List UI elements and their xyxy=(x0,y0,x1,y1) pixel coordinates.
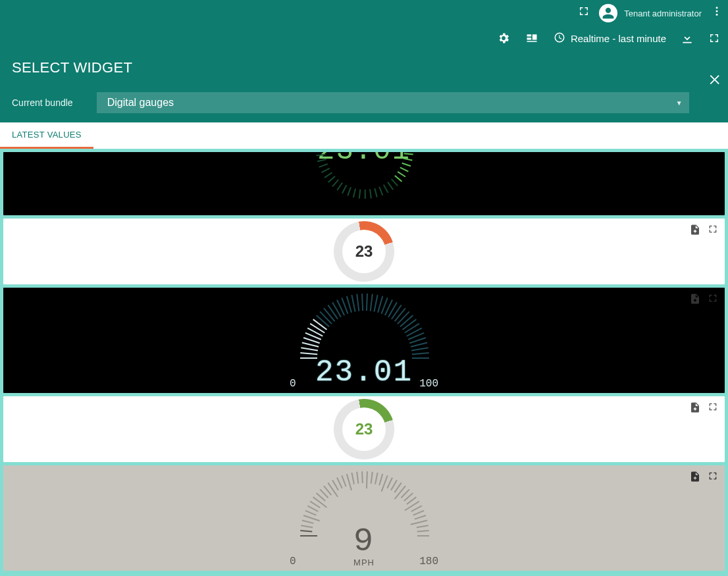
widget-card[interactable]: 23.01 xyxy=(3,152,725,215)
gauge-value: 23 xyxy=(342,230,386,273)
panel-title: SELECT WIDGET xyxy=(12,59,716,76)
time-window-button[interactable]: Realtime - last minute xyxy=(554,32,666,45)
gauge-value: 23 xyxy=(342,407,386,451)
maximize-icon[interactable] xyxy=(708,224,718,238)
dashboard-toolbar: Realtime - last minute xyxy=(0,25,728,51)
bundle-select-value: Digital gauges xyxy=(107,97,174,109)
expand-icon[interactable] xyxy=(708,32,720,44)
maximize-icon[interactable] xyxy=(708,402,718,416)
svg-point-1 xyxy=(716,11,718,13)
user-block[interactable]: Tenant administrator xyxy=(599,3,702,22)
download-icon[interactable] xyxy=(681,32,694,45)
bundle-select[interactable]: Digital gauges ▼ xyxy=(97,92,689,113)
top-bar: Tenant administrator xyxy=(0,0,728,25)
widget-type-tabs: LATEST VALUES xyxy=(0,122,728,149)
clock-icon xyxy=(554,32,565,45)
gauge-min: 0 xyxy=(290,378,296,390)
svg-point-0 xyxy=(716,7,718,9)
add-widget-icon[interactable] xyxy=(689,224,701,238)
svg-point-2 xyxy=(716,14,718,16)
add-widget-icon[interactable] xyxy=(689,471,701,485)
user-role-label: Tenant administrator xyxy=(624,9,702,18)
more-vert-icon[interactable] xyxy=(711,5,723,20)
widget-card[interactable]: 23 xyxy=(3,219,725,284)
gauge-min: 0 xyxy=(290,556,296,567)
maximize-icon[interactable] xyxy=(708,293,718,307)
add-widget-icon[interactable] xyxy=(689,293,701,307)
fullscreen-icon[interactable] xyxy=(578,5,590,20)
tab-label: LATEST VALUES xyxy=(12,130,82,140)
time-window-label: Realtime - last minute xyxy=(571,33,666,44)
ring-gauge: 23 xyxy=(329,217,400,287)
add-widget-icon[interactable] xyxy=(689,402,701,416)
gauge-max: 180 xyxy=(419,556,438,567)
close-icon[interactable] xyxy=(708,72,723,90)
widget-card[interactable]: 9 MPH 0 180 xyxy=(3,465,725,571)
gear-icon[interactable] xyxy=(497,32,510,45)
maximize-icon[interactable] xyxy=(708,471,718,485)
select-widget-header: SELECT WIDGET Current bundle Digital gau… xyxy=(0,51,728,122)
entity-aliases-icon[interactable] xyxy=(525,32,539,45)
chevron-down-icon: ▼ xyxy=(676,99,683,107)
tab-latest-values[interactable]: LATEST VALUES xyxy=(0,122,93,149)
bundle-field-label: Current bundle xyxy=(12,97,73,108)
gauge-max: 100 xyxy=(419,378,438,390)
widget-card[interactable]: 23 xyxy=(3,396,725,462)
widget-card[interactable]: 23.01 0 100 xyxy=(3,288,725,393)
ring-gauge: 23 xyxy=(329,394,400,465)
widget-list: 23.01 23 23.01 0 100 xyxy=(0,149,728,576)
avatar-icon xyxy=(599,4,617,22)
